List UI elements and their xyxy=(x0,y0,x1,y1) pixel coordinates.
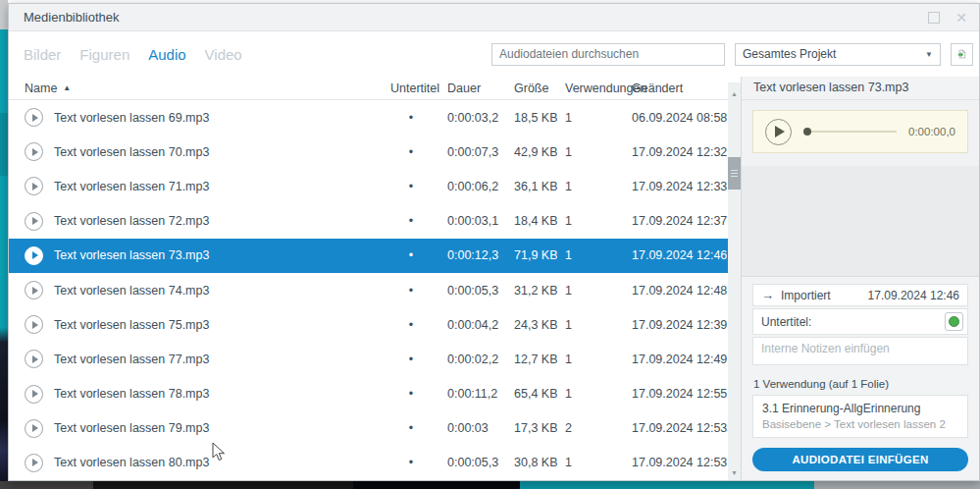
verwendungen-cell: 1 xyxy=(557,180,624,193)
groesse-cell: 71,9 KB xyxy=(506,248,557,262)
scroll-up-icon[interactable]: ▲ xyxy=(728,90,741,97)
screen: Medienbibliothek ✕ BilderFigurenAudioVid… xyxy=(0,0,980,489)
column-header-geaendert[interactable]: Geändert xyxy=(624,82,727,95)
untertitel-cell: • xyxy=(383,387,439,401)
detail-pane: Text vorlesen lassen 73.mp3 0:00:00,0 → xyxy=(741,77,979,480)
toolbar: BilderFigurenAudioVideo Gesamtes Projekt… xyxy=(9,31,979,77)
untertitel-cell: • xyxy=(383,111,439,125)
player-progress-bar[interactable] xyxy=(803,131,897,133)
verwendungen-cell: 1 xyxy=(557,387,624,401)
play-icon[interactable] xyxy=(765,119,792,145)
tab-figuren[interactable]: Figuren xyxy=(79,46,129,63)
groesse-cell: 36,1 KB xyxy=(506,180,557,193)
untertitel-cell: • xyxy=(383,318,439,332)
detail-form: → Importiert 17.09.2024 12:46 Untertitel… xyxy=(742,276,979,480)
table-row[interactable]: Text vorlesen lassen 70.mp3•0:00:07,342,… xyxy=(9,135,741,169)
usage-slide-title: 3.1 Erinnerung-AllgErinnerung xyxy=(762,402,958,415)
file-name: Text vorlesen lassen 80.mp3 xyxy=(54,456,209,469)
play-icon[interactable] xyxy=(25,281,43,299)
scope-select-value: Gesamtes Projekt xyxy=(743,47,836,61)
untertitel-cell: • xyxy=(383,180,439,193)
table-header-row: Name ▲ Untertitel Dauer Größe Verwendung… xyxy=(9,77,741,100)
dauer-cell: 0:00:05,3 xyxy=(439,284,506,298)
verwendungen-cell: 1 xyxy=(557,145,624,159)
untertitel-cell: • xyxy=(383,456,439,469)
geaendert-cell: 17.09.2024 12:53 xyxy=(624,456,727,469)
column-header-untertitel[interactable]: Untertitel xyxy=(383,82,439,95)
search-input[interactable] xyxy=(491,43,725,66)
dauer-cell: 0:00:12,3 xyxy=(439,248,506,262)
verwendungen-cell: 1 xyxy=(557,353,624,366)
verwendungen-cell: 1 xyxy=(557,456,624,469)
import-audio-button[interactable] xyxy=(951,43,973,66)
tabs: BilderFigurenAudioVideo xyxy=(24,46,242,63)
untertitel-cell: • xyxy=(383,214,439,228)
file-name: Text vorlesen lassen 71.mp3 xyxy=(54,180,209,193)
table-row[interactable]: Text vorlesen lassen 80.mp3•0:00:05,330,… xyxy=(9,446,741,480)
column-header-verwendungen[interactable]: Verwendungen xyxy=(557,82,624,95)
verwendungen-cell: 1 xyxy=(557,284,624,298)
dauer-cell: 0:00:06,2 xyxy=(439,180,506,193)
play-icon[interactable] xyxy=(25,315,43,334)
column-header-dauer[interactable]: Dauer xyxy=(439,82,506,95)
verwendungen-cell: 2 xyxy=(557,421,624,435)
play-icon[interactable] xyxy=(25,177,43,195)
play-icon[interactable] xyxy=(25,108,43,127)
table-row[interactable]: Text vorlesen lassen 78.mp3•0:00:11,265,… xyxy=(9,377,741,411)
tab-bilder[interactable]: Bilder xyxy=(24,46,61,63)
table-row[interactable]: Text vorlesen lassen 71.mp3•0:00:06,236,… xyxy=(9,169,741,203)
verwendungen-cell: 1 xyxy=(557,111,624,125)
generate-subtitle-button[interactable] xyxy=(945,312,963,331)
file-name: Text vorlesen lassen 75.mp3 xyxy=(54,318,209,332)
name-cell: Text vorlesen lassen 78.mp3 xyxy=(9,385,383,404)
window-controls: ✕ xyxy=(928,11,967,25)
table-row[interactable]: Text vorlesen lassen 69.mp3•0:00:03,218,… xyxy=(9,100,741,135)
file-name: Text vorlesen lassen 77.mp3 xyxy=(54,353,209,366)
verwendungen-cell: 1 xyxy=(557,214,624,228)
title-bar: Medienbibliothek ✕ xyxy=(9,4,979,31)
usage-slide-path: Basisebene > Text vorlesen lassen 2 xyxy=(762,418,958,430)
column-header-groesse[interactable]: Größe xyxy=(506,82,557,95)
close-icon[interactable]: ✕ xyxy=(955,11,967,25)
internal-notes-input[interactable] xyxy=(752,337,968,365)
backdrop-segment xyxy=(93,481,353,489)
groesse-cell: 31,2 KB xyxy=(506,284,557,298)
vertical-scrollbar[interactable]: ▲ ▼ xyxy=(728,82,741,480)
insert-audio-button[interactable]: AUDIODATEI EINFÜGEN xyxy=(752,448,968,471)
table-row[interactable]: Text vorlesen lassen 77.mp3•0:00:02,212,… xyxy=(9,342,741,376)
table-row[interactable]: Text vorlesen lassen 75.mp3•0:00:04,224,… xyxy=(9,307,741,342)
geaendert-cell: 17.09.2024 12:48 xyxy=(624,284,727,298)
scope-select[interactable]: Gesamtes Projekt ▼ xyxy=(735,43,941,66)
play-icon[interactable] xyxy=(25,419,43,438)
name-cell: Text vorlesen lassen 71.mp3 xyxy=(9,177,383,195)
detail-empty-area xyxy=(742,166,979,276)
maximize-icon[interactable] xyxy=(928,12,940,24)
dauer-cell: 0:00:05,3 xyxy=(439,456,506,469)
scrollbar-thumb[interactable] xyxy=(728,157,741,190)
column-header-name[interactable]: Name ▲ xyxy=(9,82,383,95)
name-cell: Text vorlesen lassen 74.mp3 xyxy=(9,281,383,299)
play-icon[interactable] xyxy=(25,246,43,265)
table-row[interactable]: Text vorlesen lassen 74.mp3•0:00:05,331,… xyxy=(9,273,741,307)
groesse-cell: 12,7 KB xyxy=(506,353,557,366)
usage-list-item[interactable]: 3.1 Erinnerung-AllgErinnerung Basisebene… xyxy=(752,395,968,438)
table-row[interactable]: Text vorlesen lassen 79.mp3•0:00:0317,3 … xyxy=(9,411,741,446)
play-icon[interactable] xyxy=(25,385,43,404)
scroll-down-icon[interactable]: ▼ xyxy=(728,469,741,476)
media-library-dialog: Medienbibliothek ✕ BilderFigurenAudioVid… xyxy=(8,3,980,481)
play-icon[interactable] xyxy=(25,142,43,161)
background-app-strip-bottom xyxy=(0,481,980,489)
player-progress-handle[interactable] xyxy=(803,128,811,136)
tab-audio[interactable]: Audio xyxy=(148,46,185,63)
play-icon[interactable] xyxy=(25,212,43,231)
play-icon[interactable] xyxy=(25,454,43,472)
name-cell: Text vorlesen lassen 77.mp3 xyxy=(9,350,383,368)
geaendert-cell: 06.09.2024 08:58 xyxy=(624,111,727,125)
chevron-down-icon: ▼ xyxy=(925,50,933,59)
tab-video[interactable]: Video xyxy=(205,46,242,63)
table-row[interactable]: Text vorlesen lassen 72.mp3•0:00:03,118,… xyxy=(9,204,741,239)
play-icon[interactable] xyxy=(25,350,43,368)
audio-player: 0:00:00,0 xyxy=(752,110,968,153)
subtitle-label: Untertitel: xyxy=(761,315,811,329)
table-row[interactable]: Text vorlesen lassen 73.mp3•0:00:12,371,… xyxy=(9,239,741,273)
